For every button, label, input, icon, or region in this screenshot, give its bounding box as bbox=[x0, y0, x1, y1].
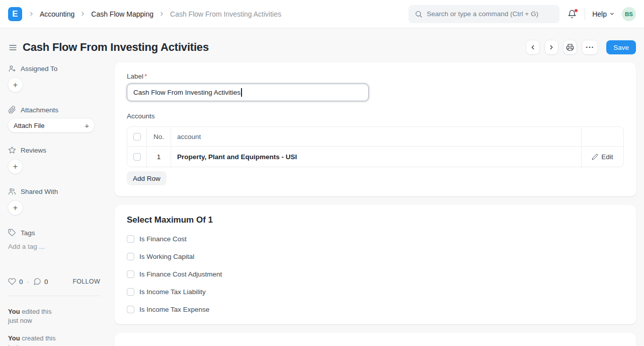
add-tag-input[interactable]: Add a tag ... bbox=[8, 243, 107, 250]
reviews-section: Reviews + bbox=[8, 146, 107, 174]
attach-file-button[interactable]: Attach File + bbox=[8, 118, 95, 132]
next-section-card bbox=[115, 333, 636, 346]
chevron-right-icon bbox=[28, 11, 35, 17]
previous-document-button[interactable] bbox=[526, 40, 539, 54]
plus-icon: + bbox=[13, 162, 18, 171]
search-input[interactable]: Search or type a command (Ctrl + G) bbox=[409, 5, 559, 23]
plus-icon: + bbox=[13, 81, 18, 90]
form-main: Label* Cash Flow From Investing Activiti… bbox=[115, 62, 636, 346]
tags-section: Tags Add a tag ... bbox=[8, 229, 107, 250]
checkbox-is-income-tax-expense[interactable]: Is Income Tax Expense bbox=[127, 306, 624, 313]
navbar-divider bbox=[585, 8, 585, 20]
label-field-group: Label* Cash Flow From Investing Activiti… bbox=[127, 73, 624, 101]
print-button[interactable] bbox=[564, 40, 577, 54]
assigned-to-section: Assigned To + bbox=[8, 64, 107, 92]
menu-button[interactable]: ··· bbox=[582, 40, 598, 54]
notifications-button[interactable] bbox=[567, 9, 578, 20]
activity-when: just now bbox=[8, 343, 32, 346]
checkbox-box[interactable] bbox=[127, 235, 134, 243]
checkbox-box[interactable] bbox=[127, 288, 134, 296]
chevron-down-icon bbox=[609, 11, 615, 17]
table-row: 1 Property, Plant and Equipments - USI bbox=[127, 146, 623, 167]
plus-icon: + bbox=[13, 203, 18, 213]
help-label: Help bbox=[592, 10, 607, 18]
heart-icon[interactable] bbox=[8, 278, 16, 286]
checkbox-box[interactable] bbox=[127, 270, 134, 278]
row-no-cell: 1 bbox=[146, 147, 171, 167]
add-assignment-button[interactable]: + bbox=[8, 78, 23, 92]
activity-when: just now bbox=[8, 317, 32, 324]
checkbox-is-working-capital[interactable]: Is Working Capital bbox=[127, 253, 624, 260]
accounts-section-label: Accounts bbox=[127, 112, 624, 120]
account-value: Property, Plant and Equipments - USI bbox=[177, 153, 297, 161]
app-logo[interactable]: E bbox=[8, 7, 22, 21]
label-input-value: Cash Flow From Investing Activities bbox=[133, 89, 240, 96]
logo-letter: E bbox=[12, 9, 18, 19]
checkbox-box[interactable] bbox=[127, 253, 134, 260]
shared-with-section: Shared With + bbox=[8, 187, 107, 215]
page-actions: ··· Save bbox=[526, 40, 636, 54]
breadcrumb: Accounting Cash Flow Mapping Cash Flow F… bbox=[28, 10, 281, 18]
body-row: Assigned To + Attachments Attach File bbox=[8, 62, 636, 346]
app: E Accounting Cash Flow Mapping Cash Flow… bbox=[0, 0, 644, 346]
accounts-table-header: No. account bbox=[127, 127, 623, 146]
details-card: Label* Cash Flow From Investing Activiti… bbox=[115, 62, 636, 196]
row-checkbox-cell bbox=[127, 147, 146, 167]
breadcrumb-item-accounting[interactable]: Accounting bbox=[40, 10, 74, 18]
paperclip-icon bbox=[8, 106, 16, 114]
page: Cash Flow From Investing Activities bbox=[0, 28, 644, 346]
add-review-button[interactable]: + bbox=[8, 159, 23, 174]
breadcrumb-current: Cash Flow From Investing Activities bbox=[170, 10, 281, 18]
page-title: Cash Flow From Investing Activities bbox=[23, 41, 209, 54]
comment-icon[interactable] bbox=[33, 278, 41, 286]
navbar-right: Search or type a command (Ctrl + G) Help… bbox=[409, 5, 636, 23]
checkbox-is-finance-cost-adjustment[interactable]: Is Finance Cost Adjustment bbox=[127, 270, 624, 278]
save-button[interactable]: Save bbox=[606, 40, 636, 54]
checkbox-is-finance-cost[interactable]: Is Finance Cost bbox=[127, 235, 624, 243]
edit-row-button[interactable]: Edit bbox=[592, 153, 613, 161]
next-document-button[interactable] bbox=[545, 40, 558, 54]
follow-button[interactable]: FOLLOW bbox=[72, 278, 100, 285]
chevron-left-icon bbox=[529, 44, 536, 51]
sidebar-toggle-icon[interactable] bbox=[8, 43, 18, 52]
row-account-cell[interactable]: Property, Plant and Equipments - USI bbox=[171, 147, 581, 167]
plus-icon: + bbox=[85, 121, 89, 130]
row-number: 1 bbox=[157, 153, 161, 161]
dot-separator: · bbox=[27, 278, 30, 286]
navbar: E Accounting Cash Flow Mapping Cash Flow… bbox=[0, 0, 644, 28]
page-head: Cash Flow From Investing Activities bbox=[8, 28, 636, 62]
like-count: 0 bbox=[19, 278, 23, 286]
row-edit-cell: Edit bbox=[581, 147, 623, 167]
breadcrumb-item-cash-flow-mapping[interactable]: Cash Flow Mapping bbox=[91, 10, 153, 18]
edit-label: Edit bbox=[601, 153, 613, 161]
select-all-checkbox[interactable] bbox=[133, 133, 141, 141]
checkbox-is-income-tax-liability[interactable]: Is Income Tax Liability bbox=[127, 288, 624, 296]
sidebar-divider bbox=[8, 296, 100, 296]
activity-who: You bbox=[8, 308, 20, 315]
assigned-to-label: Assigned To bbox=[21, 65, 57, 73]
add-share-button[interactable]: + bbox=[8, 200, 23, 215]
reviews-label: Reviews bbox=[21, 147, 46, 154]
printer-icon bbox=[566, 43, 574, 51]
form-sidebar: Assigned To + Attachments Attach File bbox=[8, 62, 107, 346]
shared-with-heading: Shared With bbox=[8, 187, 107, 195]
header-checkbox-cell bbox=[127, 127, 146, 146]
activity-entry: You created this just now bbox=[8, 334, 107, 346]
navbar-left: E Accounting Cash Flow Mapping Cash Flow… bbox=[8, 7, 281, 21]
help-menu-button[interactable]: Help bbox=[592, 10, 615, 18]
star-icon bbox=[8, 146, 16, 154]
label-input[interactable]: Cash Flow From Investing Activities bbox=[127, 84, 369, 101]
user-plus-icon bbox=[8, 64, 16, 73]
required-asterisk: * bbox=[144, 73, 147, 80]
chevron-right-icon bbox=[158, 11, 165, 17]
add-row-button[interactable]: Add Row bbox=[127, 171, 167, 185]
label-field-label: Label* bbox=[127, 73, 624, 80]
row-checkbox[interactable] bbox=[133, 153, 141, 161]
checkbox-box[interactable] bbox=[127, 306, 134, 313]
comment-count: 0 bbox=[44, 278, 48, 286]
user-avatar[interactable]: BS bbox=[622, 7, 636, 21]
checkbox-list: Is Finance Cost Is Working Capital Is Fi… bbox=[127, 235, 624, 313]
pencil-icon bbox=[592, 154, 598, 160]
tags-heading: Tags bbox=[8, 229, 107, 237]
assigned-to-heading: Assigned To bbox=[8, 64, 107, 73]
